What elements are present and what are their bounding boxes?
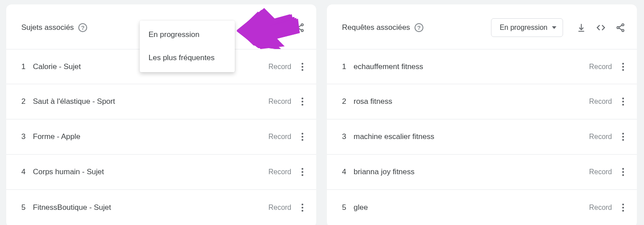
item-value: Record <box>589 204 612 212</box>
menu-item-top[interactable]: Les plus fréquentes <box>140 46 235 70</box>
embed-icon[interactable] <box>596 23 606 33</box>
rank: 4 <box>21 168 33 176</box>
help-icon[interactable]: ? <box>415 23 423 32</box>
rank: 5 <box>342 203 354 212</box>
rank: 5 <box>21 203 33 212</box>
item-value: Record <box>268 168 291 176</box>
item-label: rosa fitness <box>354 97 589 106</box>
more-icon[interactable] <box>298 204 307 212</box>
item-value: Record <box>268 204 291 212</box>
list-item[interactable]: 3 machine escalier fitness Record <box>327 119 637 155</box>
more-icon[interactable] <box>298 133 307 141</box>
item-value: Record <box>589 168 612 176</box>
list-item[interactable]: 4 Corps humain - Sujet Record <box>6 155 316 190</box>
list-item[interactable]: 5 FitnessBoutique - Sujet Record <box>6 190 316 225</box>
rank: 1 <box>342 62 354 71</box>
help-icon[interactable]: ? <box>78 23 87 32</box>
more-icon[interactable] <box>618 204 628 212</box>
more-icon[interactable] <box>618 63 628 71</box>
queries-list: 1 echauffement fitness Record 2 rosa fit… <box>327 49 637 225</box>
svg-point-13 <box>301 29 303 32</box>
item-value: Record <box>268 98 291 106</box>
menu-item-rising[interactable]: En progression <box>140 23 235 46</box>
item-label: machine escalier fitness <box>354 132 589 141</box>
svg-line-20 <box>619 28 622 30</box>
item-value: Record <box>589 63 612 71</box>
svg-point-18 <box>622 29 624 32</box>
more-icon[interactable] <box>618 98 628 106</box>
svg-point-16 <box>622 24 624 26</box>
rank: 3 <box>21 132 33 141</box>
svg-line-19 <box>619 25 622 27</box>
rank: 3 <box>342 132 354 141</box>
item-label: Corps humain - Sujet <box>33 168 268 176</box>
more-icon[interactable] <box>618 133 628 141</box>
rank: 1 <box>21 62 33 71</box>
list-item[interactable]: 2 rosa fitness Record <box>327 84 637 119</box>
rank: 4 <box>342 168 354 176</box>
panel-title: Requêtes associées <box>342 23 410 32</box>
panel-related-queries: Requêtes associées ? En progression <box>327 4 637 225</box>
item-label: Forme - Apple <box>33 132 268 141</box>
list-item[interactable]: 5 glee Record <box>327 190 637 225</box>
chevron-down-icon <box>552 26 556 29</box>
list-item[interactable]: 2 Saut à l'élastique - Sport Record <box>6 84 316 119</box>
share-icon[interactable] <box>295 23 305 33</box>
sort-dropdown-menu: En progression Les plus fréquentes <box>140 20 235 72</box>
svg-point-12 <box>296 27 298 29</box>
share-icon[interactable] <box>616 23 625 33</box>
rank: 2 <box>342 97 354 106</box>
download-icon[interactable] <box>576 23 586 33</box>
svg-point-11 <box>301 24 303 26</box>
topics-list: 1 Calorie - Sujet Record 2 Saut à l'élas… <box>6 49 316 225</box>
item-value: Record <box>268 133 291 141</box>
dropdown-label: En progression <box>499 24 547 32</box>
item-value: Record <box>268 63 291 71</box>
item-label: FitnessBoutique - Sujet <box>33 203 268 212</box>
svg-line-15 <box>298 28 302 30</box>
more-icon[interactable] <box>298 168 307 176</box>
sort-dropdown[interactable]: En progression <box>491 18 563 37</box>
item-value: Record <box>589 133 612 141</box>
svg-point-17 <box>617 27 619 29</box>
panel-title: Sujets associés <box>21 23 74 32</box>
more-icon[interactable] <box>618 168 628 176</box>
list-item[interactable]: 3 Forme - Apple Record <box>6 119 316 155</box>
list-item[interactable]: 4 brianna joy fitness Record <box>327 155 637 190</box>
item-label: echauffement fitness <box>354 62 589 71</box>
item-label: glee <box>354 203 589 212</box>
rank: 2 <box>21 97 33 106</box>
more-icon[interactable] <box>298 63 307 71</box>
item-value: Record <box>589 98 612 106</box>
more-icon[interactable] <box>298 98 307 106</box>
list-item[interactable]: 1 echauffement fitness Record <box>327 49 637 84</box>
panel-related-topics: Sujets associés ? En progression Les plu… <box>6 4 316 225</box>
svg-line-14 <box>298 25 302 27</box>
item-label: brianna joy fitness <box>354 168 589 176</box>
item-label: Saut à l'élastique - Sport <box>33 97 268 106</box>
